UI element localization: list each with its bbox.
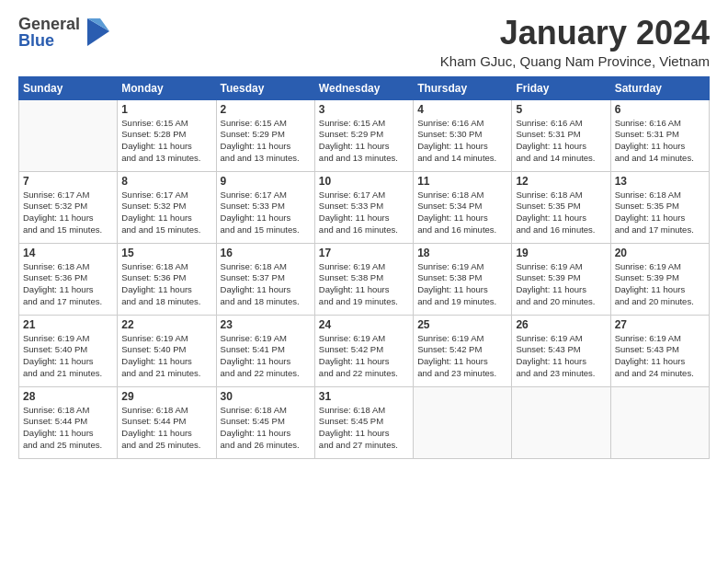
day-number: 8 — [121, 175, 211, 188]
day-number: 31 — [319, 390, 409, 403]
calendar-cell: 17 Sunrise: 6:19 AMSunset: 5:38 PMDaylig… — [314, 243, 413, 315]
day-header-wednesday: Wednesday — [314, 76, 413, 99]
calendar-cell: 21 Sunrise: 6:19 AMSunset: 5:40 PMDaylig… — [19, 315, 118, 386]
cell-info: Sunrise: 6:18 AMSunset: 5:36 PMDaylight:… — [23, 261, 113, 308]
calendar-cell — [414, 386, 512, 458]
calendar-cell: 15 Sunrise: 6:18 AMSunset: 5:36 PMDaylig… — [118, 243, 216, 315]
day-number: 11 — [417, 175, 507, 188]
cell-info: Sunrise: 6:17 AMSunset: 5:32 PMDaylight:… — [23, 190, 113, 236]
calendar-cell: 14 Sunrise: 6:18 AMSunset: 5:36 PMDaylig… — [19, 243, 118, 315]
cell-info: Sunrise: 6:15 AMSunset: 5:29 PMDaylight:… — [319, 118, 409, 165]
calendar-cell: 22 Sunrise: 6:19 AMSunset: 5:40 PMDaylig… — [118, 315, 216, 386]
cell-info: Sunrise: 6:16 AMSunset: 5:31 PMDaylight:… — [615, 118, 705, 165]
day-number: 22 — [121, 318, 211, 331]
calendar-cell: 23 Sunrise: 6:19 AMSunset: 5:41 PMDaylig… — [216, 315, 314, 386]
day-number: 16 — [221, 247, 311, 259]
day-number: 21 — [23, 318, 113, 331]
calendar-cell: 4 Sunrise: 6:16 AMSunset: 5:30 PMDayligh… — [414, 99, 512, 171]
cell-info: Sunrise: 6:19 AMSunset: 5:43 PMDaylight:… — [615, 333, 705, 380]
day-header-monday: Monday — [118, 76, 216, 99]
calendar-cell: 24 Sunrise: 6:19 AMSunset: 5:42 PMDaylig… — [314, 315, 413, 386]
day-number: 6 — [615, 103, 705, 116]
cell-info: Sunrise: 6:19 AMSunset: 5:39 PMDaylight:… — [615, 261, 705, 308]
calendar-table: SundayMondayTuesdayWednesdayThursdayFrid… — [18, 76, 710, 459]
day-number: 28 — [23, 390, 113, 403]
cell-info: Sunrise: 6:18 AMSunset: 5:34 PMDaylight:… — [417, 190, 507, 236]
cell-info: Sunrise: 6:16 AMSunset: 5:31 PMDaylight:… — [516, 118, 606, 165]
calendar-cell: 26 Sunrise: 6:19 AMSunset: 5:43 PMDaylig… — [512, 315, 610, 386]
calendar-cell: 20 Sunrise: 6:19 AMSunset: 5:39 PMDaylig… — [610, 243, 709, 315]
cell-info: Sunrise: 6:15 AMSunset: 5:28 PMDaylight:… — [121, 118, 211, 165]
day-header-thursday: Thursday — [414, 76, 512, 99]
cell-info: Sunrise: 6:16 AMSunset: 5:30 PMDaylight:… — [417, 118, 507, 165]
calendar-cell: 28 Sunrise: 6:18 AMSunset: 5:44 PMDaylig… — [19, 386, 118, 458]
cell-info: Sunrise: 6:18 AMSunset: 5:45 PMDaylight:… — [319, 405, 409, 452]
day-header-friday: Friday — [512, 76, 610, 99]
calendar-cell: 5 Sunrise: 6:16 AMSunset: 5:31 PMDayligh… — [512, 99, 610, 171]
day-number: 4 — [417, 103, 507, 116]
calendar-cell: 6 Sunrise: 6:16 AMSunset: 5:31 PMDayligh… — [610, 99, 709, 171]
cell-info: Sunrise: 6:18 AMSunset: 5:44 PMDaylight:… — [23, 405, 113, 452]
day-number: 20 — [615, 247, 705, 259]
calendar-cell: 30 Sunrise: 6:18 AMSunset: 5:45 PMDaylig… — [216, 386, 314, 458]
day-number: 24 — [319, 318, 409, 331]
cell-info: Sunrise: 6:19 AMSunset: 5:40 PMDaylight:… — [23, 333, 113, 380]
day-number: 3 — [319, 103, 409, 116]
calendar-cell: 2 Sunrise: 6:15 AMSunset: 5:29 PMDayligh… — [216, 99, 314, 171]
title-block: January 2024 Kham GJuc, Quang Nam Provin… — [440, 15, 710, 69]
cell-info: Sunrise: 6:19 AMSunset: 5:38 PMDaylight:… — [417, 261, 507, 308]
calendar-cell: 3 Sunrise: 6:15 AMSunset: 5:29 PMDayligh… — [314, 99, 413, 171]
day-number: 15 — [121, 247, 211, 259]
day-number: 18 — [417, 247, 507, 259]
day-header-sunday: Sunday — [19, 76, 118, 99]
day-number: 25 — [417, 318, 507, 331]
cell-info: Sunrise: 6:18 AMSunset: 5:45 PMDaylight:… — [221, 405, 311, 452]
cell-info: Sunrise: 6:18 AMSunset: 5:37 PMDaylight:… — [221, 261, 311, 308]
logo-general: General — [18, 16, 80, 32]
cell-info: Sunrise: 6:18 AMSunset: 5:36 PMDaylight:… — [121, 261, 211, 308]
calendar-cell: 12 Sunrise: 6:18 AMSunset: 5:35 PMDaylig… — [512, 171, 610, 243]
day-number: 29 — [121, 390, 211, 403]
month-title: January 2024 — [440, 15, 710, 52]
calendar-cell: 16 Sunrise: 6:18 AMSunset: 5:37 PMDaylig… — [216, 243, 314, 315]
header: General Blue January 2024 Kham GJuc, Qua… — [18, 15, 710, 69]
day-number: 26 — [516, 318, 606, 331]
day-number: 9 — [221, 175, 311, 188]
day-number: 5 — [516, 103, 606, 116]
day-number: 17 — [319, 247, 409, 259]
calendar-week-4: 21 Sunrise: 6:19 AMSunset: 5:40 PMDaylig… — [19, 315, 710, 386]
logo-blue: Blue — [18, 32, 80, 49]
day-number: 14 — [23, 247, 113, 259]
calendar-cell: 10 Sunrise: 6:17 AMSunset: 5:33 PMDaylig… — [314, 171, 413, 243]
calendar-cell: 8 Sunrise: 6:17 AMSunset: 5:32 PMDayligh… — [118, 171, 216, 243]
calendar-week-3: 14 Sunrise: 6:18 AMSunset: 5:36 PMDaylig… — [19, 243, 710, 315]
calendar-cell: 18 Sunrise: 6:19 AMSunset: 5:38 PMDaylig… — [414, 243, 512, 315]
logo: General Blue — [18, 15, 111, 50]
calendar-header-row: SundayMondayTuesdayWednesdayThursdayFrid… — [19, 76, 710, 99]
calendar-cell: 7 Sunrise: 6:17 AMSunset: 5:32 PMDayligh… — [19, 171, 118, 243]
cell-info: Sunrise: 6:18 AMSunset: 5:35 PMDaylight:… — [516, 190, 606, 236]
calendar-cell: 27 Sunrise: 6:19 AMSunset: 5:43 PMDaylig… — [610, 315, 709, 386]
calendar-cell: 11 Sunrise: 6:18 AMSunset: 5:34 PMDaylig… — [414, 171, 512, 243]
cell-info: Sunrise: 6:19 AMSunset: 5:40 PMDaylight:… — [121, 333, 211, 380]
location: Kham GJuc, Quang Nam Province, Vietnam — [440, 53, 710, 69]
cell-info: Sunrise: 6:17 AMSunset: 5:33 PMDaylight:… — [221, 190, 311, 236]
day-number: 12 — [516, 175, 606, 188]
day-number: 27 — [615, 318, 705, 331]
day-number: 1 — [121, 103, 211, 116]
calendar-cell: 13 Sunrise: 6:18 AMSunset: 5:35 PMDaylig… — [610, 171, 709, 243]
cell-info: Sunrise: 6:17 AMSunset: 5:33 PMDaylight:… — [319, 190, 409, 236]
day-number: 23 — [221, 318, 311, 331]
calendar-cell: 29 Sunrise: 6:18 AMSunset: 5:44 PMDaylig… — [118, 386, 216, 458]
day-header-saturday: Saturday — [610, 76, 709, 99]
calendar-cell — [19, 99, 118, 171]
day-number: 7 — [23, 175, 113, 188]
calendar-cell: 9 Sunrise: 6:17 AMSunset: 5:33 PMDayligh… — [216, 171, 314, 243]
day-number: 19 — [516, 247, 606, 259]
day-header-tuesday: Tuesday — [216, 76, 314, 99]
calendar-cell: 31 Sunrise: 6:18 AMSunset: 5:45 PMDaylig… — [314, 386, 413, 458]
day-number: 13 — [615, 175, 705, 188]
calendar-week-2: 7 Sunrise: 6:17 AMSunset: 5:32 PMDayligh… — [19, 171, 710, 243]
day-number: 30 — [221, 390, 311, 403]
cell-info: Sunrise: 6:19 AMSunset: 5:41 PMDaylight:… — [221, 333, 311, 380]
